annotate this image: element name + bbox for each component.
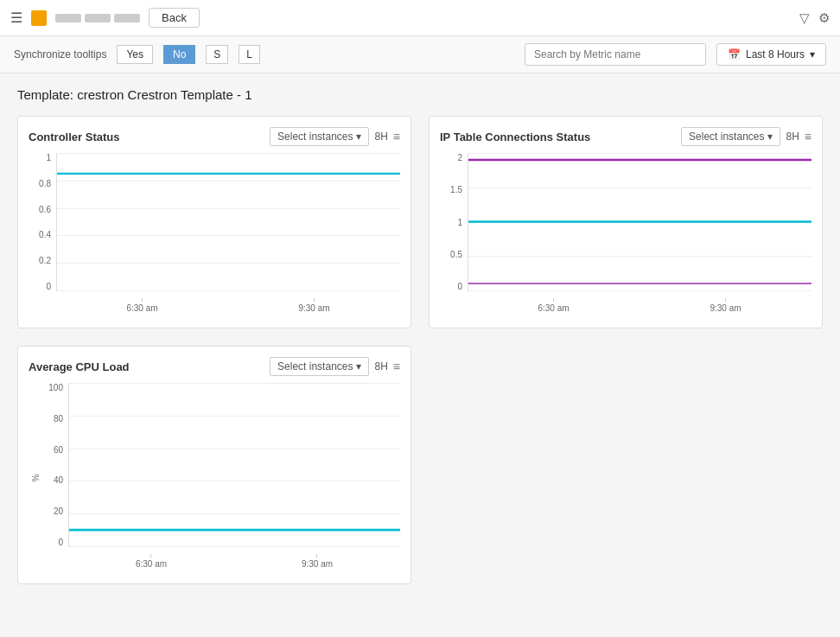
menu-icon-ip[interactable]: ≡ [805, 130, 811, 143]
select-instances-controller[interactable]: Select instances ▾ [270, 127, 369, 146]
select-instances-label-ip: Select instances [689, 131, 764, 143]
chart-controls-cpu: Select instances ▾ 8H ≡ [270, 357, 400, 376]
ip-table-connections-card: IP Table Connections Status Select insta… [429, 116, 823, 328]
chart-controls-controller: Select instances ▾ 8H ≡ [270, 127, 400, 146]
charts-row-1: Controller Status Select instances ▾ 8H … [17, 116, 823, 328]
filter-icon[interactable]: ▽ [799, 10, 810, 26]
chart-inner-cpu [68, 383, 400, 547]
sync-tooltip-label: Synchronize tooltips [14, 48, 106, 61]
cpu-line-svg [69, 383, 400, 546]
y-axis-ip: 2 1.5 1 0.5 0 [440, 153, 466, 291]
no-button[interactable]: No [163, 45, 195, 64]
topbar: ☰ Back ▽ ⚙ [0, 0, 840, 36]
period-cpu: 8H [374, 360, 387, 373]
menu-icon-cpu[interactable]: ≡ [393, 360, 400, 373]
topbar-left: ☰ Back [10, 8, 799, 28]
search-input[interactable] [525, 43, 706, 66]
title-block-2 [85, 14, 111, 22]
chart-inner-ip [468, 153, 811, 291]
chart-header-controller: Controller Status Select instances ▾ 8H … [29, 127, 400, 146]
chart-header-ip: IP Table Connections Status Select insta… [440, 127, 811, 146]
y-axis-controller: 1 0.8 0.6 0.4 0.2 0 [29, 153, 54, 291]
chart-area-controller: 1 0.8 0.6 0.4 0.2 0 [29, 153, 400, 317]
period-ip: 8H [786, 131, 799, 143]
chart-controls-ip: Select instances ▾ 8H ≡ [681, 127, 811, 146]
cpu-load-title: Average CPU Load [29, 360, 130, 373]
size-l-button[interactable]: L [239, 45, 260, 64]
settings-icon[interactable]: ⚙ [818, 10, 830, 26]
time-range-label: Last 8 Hours [746, 48, 805, 61]
app-title-area [55, 14, 140, 22]
controller-status-card: Controller Status Select instances ▾ 8H … [17, 116, 411, 328]
period-controller: 8H [374, 131, 387, 143]
ip-table-title: IP Table Connections Status [440, 131, 590, 143]
select-instances-cpu[interactable]: Select instances ▾ [270, 357, 369, 376]
topbar-right: ▽ ⚙ [799, 10, 830, 26]
back-button[interactable]: Back [149, 8, 200, 28]
main-toolbar: Synchronize tooltips Yes No S L 📅 Last 8… [0, 36, 840, 73]
template-title: Template: crestron Crestron Template - 1 [17, 87, 823, 102]
template-name: crestron Crestron Template - 1 [77, 87, 251, 102]
calendar-icon: 📅 [728, 48, 741, 61]
x-axis-ip: 6:30 am 9:30 am [468, 293, 811, 317]
dropdown-arrow-ip: ▾ [767, 131, 773, 143]
dropdown-arrow-cpu: ▾ [356, 360, 361, 373]
y-axis-cpu: 100 80 60 40 20 0 [41, 383, 67, 547]
app-logo [31, 10, 47, 26]
size-s-button[interactable]: S [206, 45, 228, 64]
title-block-3 [114, 14, 140, 22]
content-area: Template: crestron Crestron Template - 1… [0, 73, 840, 615]
charts-row-2: Average CPU Load Select instances ▾ 8H ≡… [17, 346, 823, 584]
select-instances-label-cpu: Select instances [277, 360, 353, 373]
dropdown-arrow-controller: ▾ [356, 131, 361, 143]
cpu-load-card: Average CPU Load Select instances ▾ 8H ≡… [17, 346, 411, 584]
select-instances-ip[interactable]: Select instances ▾ [681, 127, 780, 146]
chart-inner-controller [56, 153, 400, 291]
select-instances-label-controller: Select instances [277, 131, 353, 143]
chart-area-ip: 2 1.5 1 0.5 0 [440, 153, 811, 317]
chart-header-cpu: Average CPU Load Select instances ▾ 8H ≡ [29, 357, 400, 376]
menu-icon-controller[interactable]: ≡ [393, 130, 400, 143]
ip-line-svg [468, 153, 811, 290]
controller-status-title: Controller Status [29, 131, 119, 143]
title-block-1 [55, 14, 81, 22]
time-range-button[interactable]: 📅 Last 8 Hours ▾ [716, 43, 826, 66]
template-prefix: Template: [17, 87, 73, 102]
hamburger-icon[interactable]: ☰ [10, 10, 22, 26]
x-axis-cpu: 6:30 am 9:30 am [68, 549, 400, 573]
x-axis-controller: 6:30 am 9:30 am [56, 293, 400, 317]
yes-button[interactable]: Yes [117, 45, 153, 64]
chevron-down-icon: ▾ [810, 48, 815, 61]
controller-line-svg [57, 153, 400, 290]
y-unit-cpu: % [31, 475, 41, 482]
chart-area-cpu: % 100 80 60 40 20 0 [29, 383, 400, 573]
